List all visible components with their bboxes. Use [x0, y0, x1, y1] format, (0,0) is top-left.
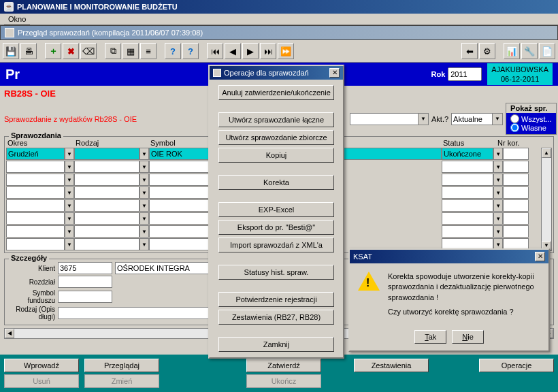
rodzajd-input[interactable] — [58, 307, 217, 319]
info-icon[interactable]: ? — [182, 43, 199, 59]
action2-icon[interactable]: 📊 — [504, 43, 520, 59]
ksat-titlebar[interactable]: KSAT ✕ — [350, 250, 548, 263]
rok-label: Rok — [431, 70, 445, 78]
report-desc: Sprawozdanie z wydatków Rb28S - OIE — [4, 115, 208, 123]
cell-status[interactable] — [442, 148, 493, 160]
zatwierdz-button[interactable]: Zatwierdź — [246, 359, 321, 372]
importxml-button[interactable]: Import sprawozdań z XML'a — [218, 238, 334, 252]
wprowadz-button[interactable]: Wprowadź — [4, 359, 79, 372]
first-icon[interactable]: ⏮ — [207, 43, 223, 59]
operacje-button[interactable]: Operacje — [479, 359, 554, 372]
akt-label: Akt.? — [431, 115, 448, 123]
usun-button[interactable]: Usuń — [4, 374, 79, 388]
action1-icon[interactable]: ⚙ — [479, 43, 495, 59]
next2-icon[interactable]: ⏩ — [278, 43, 294, 59]
expexcel-button[interactable]: EXP-Excel — [218, 202, 334, 217]
symbolf-label: Symbol funduszu — [7, 289, 55, 304]
anuluj-button[interactable]: Anuluj zatwierdzenie/ukończenie — [218, 85, 334, 100]
list-icon[interactable]: ≡ — [140, 43, 157, 59]
chevron-down-icon[interactable]: ▼ — [418, 113, 429, 125]
ksat-message: Korekta spowoduje utworzenie korekty-kop… — [388, 272, 540, 318]
app-titlebar: ☕ PLANOWANIE I MONITOROWANIE BUDŻETU — [0, 0, 558, 14]
scroll-left-icon[interactable]: ◀ — [5, 329, 14, 338]
rok-input[interactable] — [448, 67, 482, 81]
przegladaj-button[interactable]: Przeglądaj — [84, 359, 159, 372]
rozdzial-label: Rozdział — [7, 278, 55, 286]
zest-button[interactable]: Zestawienia (RB27, RB28) — [218, 310, 334, 325]
warning-icon — [358, 272, 380, 293]
pokaz-group: Pokaż spr. Wszyst... Własne — [506, 103, 557, 135]
statusy-button[interactable]: Statusy hist. spraw. — [218, 265, 334, 280]
bottom-bar: Wprowadź Usuń Przeglądaj Zmień Zatwierdź… — [0, 355, 558, 392]
no-rest: ie — [467, 333, 474, 341]
col-rodzaj: Rodzaj — [74, 139, 149, 147]
delete-icon[interactable]: ✖ — [63, 43, 79, 59]
close-icon[interactable]: ✕ — [329, 68, 340, 78]
print-icon[interactable]: 🖶 — [20, 43, 37, 59]
symbolf-input[interactable] — [58, 291, 112, 303]
ukoncz-button[interactable]: Ukończ — [246, 374, 321, 388]
grid-icon[interactable]: ▦ — [122, 43, 139, 59]
save-icon[interactable]: 💾 — [3, 43, 19, 59]
no-button[interactable]: Nie — [452, 330, 484, 344]
chevron-down-icon[interactable]: ▼ — [492, 113, 503, 125]
klient-name-input[interactable] — [115, 262, 217, 274]
menubar: Okno — [0, 14, 558, 25]
last-icon[interactable]: ⏭ — [260, 43, 276, 59]
col-nrkor: Nr kor. — [496, 139, 523, 147]
yes-button[interactable]: Tak — [414, 330, 446, 344]
korekta-button[interactable]: Korekta — [218, 175, 334, 190]
operations-popup: Operacje dla sprawozdań ✕ Anuluj zatwier… — [208, 65, 344, 359]
toolbar: 💾 🖶 ＋ ✖ ⌫ ⧉ ▦ ≡ ? ? ⏮ ◀ ▶ ⏭ ⏩ ⬅ ⚙ 📊 🔧 📄 — [0, 40, 558, 63]
copy-icon[interactable]: ⧉ — [105, 43, 121, 59]
radio-own[interactable]: Własne — [510, 123, 552, 132]
filter-dropdown-1[interactable]: ▼ — [350, 113, 429, 125]
yes-rest: ak — [429, 333, 437, 341]
cell-okres[interactable] — [6, 148, 65, 160]
klient-label: Klient — [7, 265, 55, 272]
zmien-button[interactable]: Zmień — [84, 374, 159, 388]
cell-nrkor[interactable] — [503, 148, 529, 160]
form-icon — [213, 69, 221, 77]
clear-icon[interactable]: ⌫ — [80, 43, 97, 59]
ksat-popup: KSAT ✕ Korekta spowoduje utworzenie kore… — [348, 248, 550, 352]
add-icon[interactable]: ＋ — [45, 43, 61, 59]
scroll-up-icon[interactable]: ▲ — [542, 148, 551, 158]
zbiorcze-button[interactable]: Utwórz sprawozdanie zbiorcze — [218, 130, 334, 145]
rodzajd-label: Rodzaj (Opis długi) — [7, 306, 55, 321]
java-icon: ☕ — [4, 2, 14, 12]
subwindow-title: Przegląd sprawozdań (kompilacja 2011/06/… — [18, 29, 203, 37]
zestawienia-button[interactable]: Zestawienia — [354, 359, 429, 372]
laczne-button[interactable]: Utwórz sprawozdanie łączne — [218, 112, 334, 127]
cell-rodzaj[interactable] — [74, 148, 140, 160]
grid-vscroll[interactable]: ▲ ▼ — [541, 148, 552, 251]
action3-icon[interactable]: 🔧 — [521, 43, 538, 59]
potw-button[interactable]: Potwierdzenie rejestracji — [218, 292, 334, 307]
exit-icon[interactable]: ⬅ — [461, 43, 478, 59]
bestia-button[interactable]: Eksport do pr. "Besti@" — [218, 220, 334, 235]
prev-icon[interactable]: ◀ — [225, 43, 241, 59]
app-title: PLANOWANIE I MONITOROWANIE BUDŻETU — [17, 3, 178, 11]
action4-icon[interactable]: 📄 — [539, 43, 555, 59]
grid-title: Sprawozdania — [9, 131, 63, 140]
user-info: AJAKUBOWSKA 06-12-2011 — [487, 63, 553, 86]
next-icon[interactable]: ▶ — [242, 43, 259, 59]
col-status: Status — [442, 139, 496, 147]
kopiuj-button[interactable]: Kopiuj — [218, 148, 334, 163]
rozdzial-input[interactable] — [58, 276, 112, 288]
subwindow-titlebar: Przegląd sprawozdań (kompilacja 2011/06/… — [0, 25, 558, 40]
col-okres: Okres — [6, 139, 74, 147]
page-title: Pr — [5, 67, 20, 82]
ops-title: Operacje dla sprawozdań — [224, 69, 309, 77]
radio-all[interactable]: Wszyst... — [510, 114, 552, 123]
close-icon[interactable]: ✕ — [535, 252, 545, 261]
zamknij-button[interactable]: Zamknij — [218, 337, 334, 352]
akt-dropdown[interactable]: ▼ — [451, 113, 503, 125]
col-symbol: Symbol — [149, 139, 210, 147]
help-icon[interactable]: ? — [165, 43, 181, 59]
cell-symbol[interactable] — [149, 148, 210, 160]
ops-titlebar[interactable]: Operacje dla sprawozdań ✕ — [210, 66, 343, 80]
ksat-title: KSAT — [353, 252, 372, 261]
klient-input[interactable] — [58, 262, 112, 274]
menu-okno[interactable]: Okno — [4, 14, 30, 25]
